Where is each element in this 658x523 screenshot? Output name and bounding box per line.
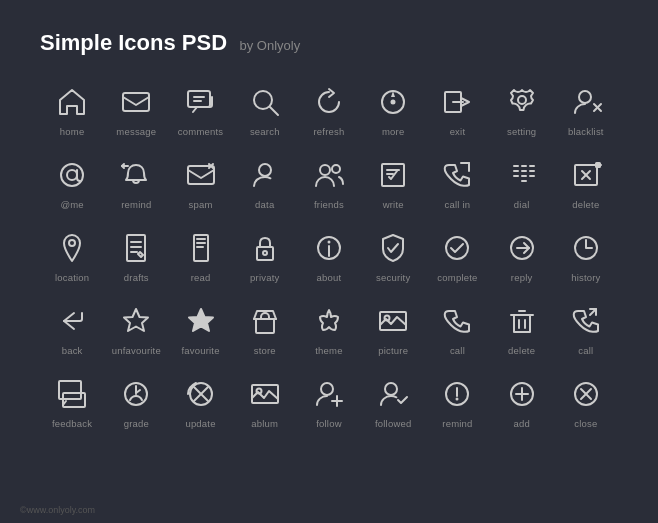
svg-point-7	[392, 101, 395, 104]
svg-marker-61	[189, 309, 213, 331]
icons-grid: home message comments search	[40, 84, 618, 429]
svg-point-52	[263, 251, 267, 255]
svg-point-85	[456, 398, 459, 401]
icon-dial[interactable]: dial	[490, 157, 554, 210]
icon-picture[interactable]: picture	[361, 303, 425, 356]
title-area: Simple Icons PSD by Onlyoly	[40, 30, 618, 56]
footer-copyright: ©www.onlyoly.com	[20, 505, 95, 515]
icon-spam[interactable]: spam	[168, 157, 232, 210]
icon-close[interactable]: close	[554, 376, 618, 429]
icon-security[interactable]: security	[361, 230, 425, 283]
icon-store[interactable]: store	[233, 303, 297, 356]
main-container: Simple Icons PSD by Onlyoly home message	[0, 0, 658, 449]
svg-point-20	[259, 164, 271, 176]
svg-rect-17	[188, 166, 214, 184]
icon-complete[interactable]: complete	[425, 230, 489, 283]
icon-call[interactable]: call	[425, 303, 489, 356]
icon-remind2[interactable]: remind	[425, 376, 489, 429]
icon-friends[interactable]: friends	[297, 157, 361, 210]
svg-rect-0	[123, 93, 149, 111]
svg-rect-62	[256, 319, 274, 333]
icon-follow[interactable]: follow	[297, 376, 361, 429]
svg-line-5	[270, 107, 278, 115]
icon-write[interactable]: write	[361, 157, 425, 210]
icon-grade[interactable]: grade	[104, 376, 168, 429]
icon-followed[interactable]: followed	[361, 376, 425, 429]
icon-message[interactable]: message	[104, 84, 168, 137]
icon-delete[interactable]: delete	[554, 157, 618, 210]
svg-point-11	[579, 91, 591, 103]
icon-location[interactable]: location	[40, 230, 104, 283]
icon-history[interactable]: history	[554, 230, 618, 283]
icon-atme[interactable]: @me	[40, 157, 104, 210]
icon-add[interactable]: add	[490, 376, 554, 429]
icon-drafts[interactable]: drafts	[104, 230, 168, 283]
svg-point-22	[332, 165, 340, 173]
icon-search[interactable]: search	[233, 84, 297, 137]
svg-rect-51	[257, 247, 273, 260]
svg-point-65	[385, 316, 390, 321]
svg-point-79	[321, 383, 333, 395]
svg-point-55	[327, 241, 330, 244]
icon-setting[interactable]: setting	[490, 84, 554, 137]
icon-more[interactable]: more	[361, 84, 425, 137]
icon-remind[interactable]: remind	[104, 157, 168, 210]
icon-ablum[interactable]: ablum	[233, 376, 297, 429]
svg-marker-60	[124, 309, 148, 331]
svg-point-42	[69, 240, 75, 246]
icon-back[interactable]: back	[40, 303, 104, 356]
icon-favourite[interactable]: favourite	[168, 303, 232, 356]
icon-home[interactable]: home	[40, 84, 104, 137]
icon-reply[interactable]: reply	[490, 230, 554, 283]
svg-point-21	[320, 165, 330, 175]
icon-theme[interactable]: theme	[297, 303, 361, 356]
icon-about[interactable]: about	[297, 230, 361, 283]
svg-point-15	[67, 170, 77, 180]
svg-point-78	[256, 389, 261, 394]
icon-exit[interactable]: exit	[425, 84, 489, 137]
svg-point-14	[61, 164, 83, 186]
svg-point-56	[446, 237, 468, 259]
icon-call-in[interactable]: call in	[425, 157, 489, 210]
icon-read[interactable]: read	[168, 230, 232, 283]
icon-delete2[interactable]: delete	[490, 303, 554, 356]
icon-unfavourite[interactable]: unfavourite	[104, 303, 168, 356]
svg-rect-1	[188, 91, 210, 107]
icon-refresh[interactable]: refresh	[297, 84, 361, 137]
svg-point-10	[518, 96, 526, 104]
page-title: Simple Icons PSD	[40, 30, 227, 55]
icon-blacklist[interactable]: blacklist	[554, 84, 618, 137]
icon-update[interactable]: update	[168, 376, 232, 429]
svg-point-82	[385, 383, 397, 395]
page-subtitle: by Onlyoly	[240, 38, 301, 53]
icon-data[interactable]: data	[233, 157, 297, 210]
icon-comments[interactable]: comments	[168, 84, 232, 137]
icon-feedback[interactable]: feedback	[40, 376, 104, 429]
icon-privacy[interactable]: privaty	[233, 230, 297, 283]
icon-call2[interactable]: call	[554, 303, 618, 356]
